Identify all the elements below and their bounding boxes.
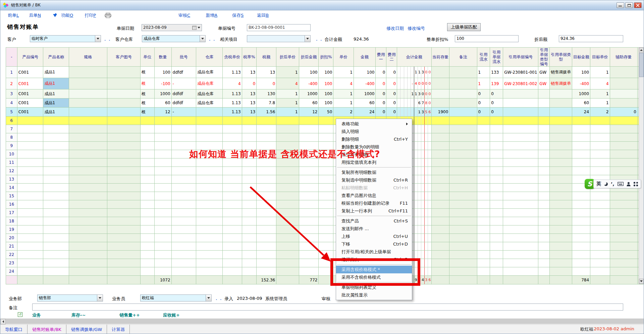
cell-ref2[interactable]	[490, 142, 503, 150]
cell-name[interactable]	[43, 167, 69, 175]
cell-taxprice[interactable]	[222, 267, 242, 276]
row-number[interactable]: 15	[6, 192, 17, 200]
table-row[interactable]: 6	[6, 117, 644, 125]
cell-fee1[interactable]: 0	[376, 67, 386, 78]
column-header-amt[interactable]: 金额	[354, 48, 376, 67]
cell-tgtamt[interactable]	[572, 158, 590, 167]
menu-item[interactable]: 打开引用/相关的上级单据	[336, 248, 412, 256]
cell-unit[interactable]	[140, 133, 154, 142]
horizontal-scrollbar[interactable]	[0, 319, 644, 324]
cell-discprice[interactable]	[276, 175, 299, 184]
cell-price[interactable]: 2	[333, 108, 354, 117]
cell-reftc[interactable]	[538, 158, 550, 167]
cell-draw[interactable]	[107, 108, 140, 117]
whole-discount-input[interactable]: 100	[455, 35, 519, 42]
cell-tax[interactable]	[257, 242, 276, 251]
cell-ref2[interactable]	[490, 259, 503, 267]
cell-reft[interactable]	[550, 209, 572, 217]
cell-discamt[interactable]	[299, 259, 319, 267]
cell-unit[interactable]: 根	[140, 98, 154, 108]
cell-ref2[interactable]: 0	[490, 89, 503, 98]
cell-aux[interactable]	[610, 167, 637, 175]
keyboard-icon[interactable]	[618, 182, 624, 186]
cell-price[interactable]: 1	[333, 98, 354, 108]
cell-reft[interactable]	[550, 125, 572, 133]
cell-reft[interactable]	[550, 184, 572, 192]
cell-refno[interactable]	[503, 117, 538, 125]
cell-code[interactable]	[17, 184, 43, 192]
cell-tgtprice[interactable]	[590, 242, 610, 251]
cell-taxrate[interactable]	[242, 192, 257, 200]
cell-discprice[interactable]	[276, 192, 299, 200]
cell-total[interactable]: -40000	[397, 78, 431, 89]
cell-name[interactable]	[43, 142, 69, 150]
cell-wh[interactable]	[196, 209, 223, 217]
cell-unit[interactable]	[140, 217, 154, 225]
cell-disc[interactable]	[319, 133, 333, 142]
cell-qty[interactable]	[154, 167, 171, 175]
cell-code[interactable]: C001	[17, 67, 43, 78]
cell-name[interactable]	[43, 150, 69, 158]
table-row[interactable]: 3C001成品1根1000ddfdf成品仓库1.1313130110001001…	[6, 89, 644, 98]
chevron-down-icon[interactable]	[198, 27, 200, 28]
cell-discamt[interactable]	[299, 133, 319, 142]
menu-item[interactable]: 复制所有明细数据	[336, 169, 412, 176]
cell-reft[interactable]	[550, 217, 572, 225]
menu-item[interactable]: 下移Ctrl+D	[336, 240, 412, 248]
table-row[interactable]: 20	[6, 234, 644, 242]
cell-refno[interactable]	[503, 200, 538, 209]
menu-item[interactable]: 插入明细	[336, 128, 412, 135]
cell-draw[interactable]	[107, 200, 140, 209]
toolbar-link-P[interactable]: 打印P	[85, 12, 96, 18]
column-header-stock[interactable]: 当前存量	[431, 48, 449, 67]
cell-aux[interactable]	[610, 67, 637, 78]
cell-tgtamt[interactable]	[572, 133, 590, 142]
cell-draw[interactable]	[107, 117, 140, 125]
cell-draw[interactable]	[107, 217, 140, 225]
cell-spec[interactable]	[69, 67, 107, 78]
cell-note[interactable]	[449, 108, 477, 117]
cell-code[interactable]	[17, 158, 43, 167]
cell-discprice[interactable]	[276, 184, 299, 192]
cell-refno[interactable]	[503, 267, 538, 276]
cell-taxprice[interactable]	[222, 133, 242, 142]
table-row[interactable]: 7	[6, 125, 644, 133]
cell-note[interactable]	[449, 117, 477, 125]
cell-aux[interactable]	[610, 234, 637, 242]
cell-stock[interactable]	[431, 125, 449, 133]
cell-note[interactable]	[449, 89, 477, 98]
cell-qty[interactable]	[154, 259, 171, 267]
cell-unit[interactable]	[140, 142, 154, 150]
cell-ref2[interactable]	[490, 242, 503, 251]
cell-draw[interactable]	[107, 142, 140, 150]
cell-tax[interactable]	[257, 225, 276, 234]
cell-tax[interactable]	[257, 217, 276, 225]
docno-field[interactable]: BK-23-08-09-0001	[247, 24, 311, 31]
cell-note[interactable]	[449, 184, 477, 192]
cell-draw[interactable]	[107, 259, 140, 267]
cell-wh[interactable]	[196, 225, 223, 234]
cell-discamt[interactable]	[299, 125, 319, 133]
cell-batch[interactable]	[171, 192, 196, 200]
cell-discprice[interactable]	[276, 251, 299, 259]
row-number[interactable]: 6	[6, 117, 17, 125]
cell-ref2[interactable]	[490, 117, 503, 125]
cell-tax[interactable]	[257, 200, 276, 209]
cell-note[interactable]	[449, 209, 477, 217]
cell-stock[interactable]	[431, 150, 449, 158]
cell-stock[interactable]	[431, 200, 449, 209]
column-header-tgtprice[interactable]: 目标单价	[590, 48, 610, 67]
cell-reft[interactable]	[550, 89, 572, 98]
cell-tgtprice[interactable]	[590, 133, 610, 142]
cell-tgtamt[interactable]: 1000	[572, 89, 590, 98]
table-row[interactable]: 4C001成品1根60ddfdf成品仓库1.13137.816010016000…	[6, 98, 644, 108]
cell-unit[interactable]	[140, 125, 154, 133]
cell-code[interactable]	[17, 259, 43, 267]
cell-wh[interactable]	[196, 108, 223, 117]
cell-tax[interactable]: 130	[257, 89, 276, 98]
menu-item[interactable]: 发送到邮件 ...	[336, 225, 412, 232]
cell-reft[interactable]	[550, 234, 572, 242]
cell-code[interactable]	[17, 167, 43, 175]
menu-item[interactable]: 表格功能	[336, 120, 412, 128]
cell-tax[interactable]	[257, 133, 276, 142]
